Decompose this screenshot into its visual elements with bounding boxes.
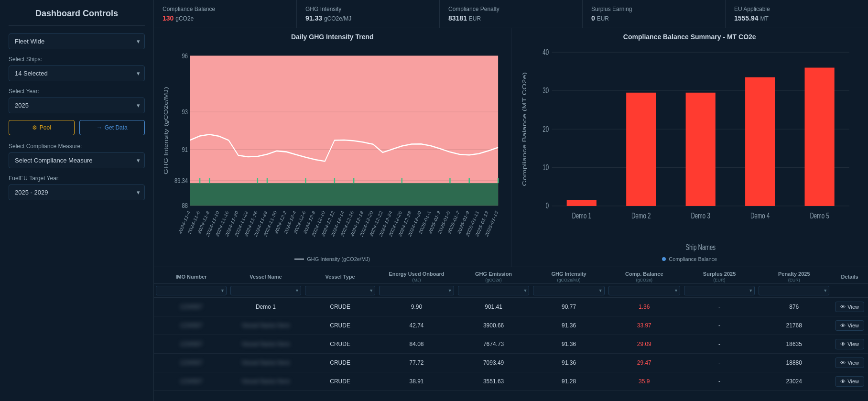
compliance-chart-title: Compliance Balance Summary - MT CO2e [518,33,862,41]
action-buttons: ⚙ Pool → Get Data [9,120,145,135]
year-label: Select Year: [9,88,145,95]
kpi-unit-4: MT [760,15,769,22]
filter-input-6[interactable] [608,286,680,295]
cell-0-7: - [682,298,757,316]
col-header-1: Vessel Name [228,267,303,284]
cell-0-8: 876 [757,298,831,316]
main-content: Compliance Balance130 gCO2eGHG Intensity… [154,0,868,401]
svg-text:96: 96 [182,52,188,60]
kpi-card-3: Surplus Earning0 EUR [583,0,726,28]
filter-input-8[interactable] [759,286,829,295]
getdata-button[interactable]: → Get Data [79,120,145,135]
filter-input-5[interactable] [533,286,604,295]
year-control: Select Year: 2025 [9,88,145,113]
compliance-label: Select Compliance Measure: [9,143,145,150]
view-button-1[interactable]: 👁 View [835,320,864,331]
view-button-4[interactable]: 👁 View [835,376,864,387]
col-header-8: Penalty 2025(EUR) [757,267,831,284]
svg-text:20: 20 [542,125,549,134]
view-button-2[interactable]: 👁 View [835,339,864,349]
kpi-unit-0: gCO2e [175,15,194,22]
svg-text:Compliance Balance (MT CO2e): Compliance Balance (MT CO2e) [521,72,527,186]
filter-icon-5: ▼ [598,288,603,293]
cell-0-6: 1.36 [607,298,682,316]
cell-4-2: CRUDE [303,372,377,391]
compliance-balance-panel: Compliance Balance Summary - MT CO2e 010… [511,28,868,267]
view-cell-3: 👁 View [831,354,868,372]
svg-text:10: 10 [542,163,549,172]
filter-cell-8: ▼ [757,284,831,298]
cell-1-3: 42.74 [377,316,456,335]
kpi-title-1: GHG Intensity [305,6,431,12]
view-button-3[interactable]: 👁 View [835,358,864,368]
col-header-7: Surplus 2025(EUR) [682,267,757,284]
fleet-control: Fleet Wide [9,33,145,49]
cell-2-4: 7674.73 [456,335,532,354]
cell-4-0: 1234567 [154,372,228,391]
svg-text:89.34: 89.34 [174,176,188,184]
cell-3-6: 29.47 [607,354,682,372]
filter-row: ▼▼▼▼▼▼▼▼▼ [154,284,868,298]
filter-icon-2: ▼ [369,288,373,293]
filter-input-0[interactable] [156,286,227,295]
filter-input-3[interactable] [379,286,454,295]
kpi-value-4: 1555.94 MT [734,14,859,22]
table-row: 1234567Vessel Name HereCRUDE77.727093.49… [154,354,868,372]
ships-select[interactable]: 14 Selected [9,65,145,81]
view-button-0[interactable]: 👁 View [835,302,864,312]
kpi-value-1: 91.33 gCO2e/MJ [305,14,431,22]
filter-input-1[interactable] [230,286,301,295]
cell-2-5: 91.36 [531,335,606,354]
table-header: IMO NumberVessel NameVessel TypeEnergy U… [154,267,868,284]
svg-rect-69 [626,93,656,206]
data-table-section[interactable]: IMO NumberVessel NameVessel TypeEnergy U… [154,267,868,401]
col-header-2: Vessel Type [303,267,377,284]
cell-3-4: 7093.49 [456,354,532,372]
fleet-select[interactable]: Fleet Wide [9,33,145,49]
filter-input-2[interactable] [305,286,375,295]
col-header-6: Comp. Balance(gCO2e) [607,267,682,284]
table-row: 1234567Vessel Name HereCRUDE42.743900.66… [154,316,868,335]
cell-0-5: 90.77 [531,298,606,316]
cell-4-8: 23024 [757,372,831,391]
filter-input-7[interactable] [684,286,755,295]
svg-rect-18 [353,178,354,183]
cell-3-3: 77.72 [377,354,456,372]
cell-0-1: Demo 1 [228,298,303,316]
svg-rect-13 [209,178,210,183]
svg-text:Demo 3: Demo 3 [691,211,710,220]
kpi-row: Compliance Balance130 gCO2eGHG Intensity… [154,0,868,28]
cell-0-2: CRUDE [303,298,377,316]
ghg-chart-legend: GHG Intensity (gCO2e/MJ) [161,256,504,262]
kpi-unit-1: gCO2e/MJ [324,15,351,22]
svg-text:Demo 5: Demo 5 [810,211,829,220]
filter-icon-7: ▼ [749,288,753,293]
filter-cell-5: ▼ [531,284,606,298]
filter-cell-6: ▼ [607,284,682,298]
svg-rect-16 [305,178,306,183]
pool-button[interactable]: ⚙ Pool [9,120,75,135]
svg-text:93: 93 [182,108,188,116]
filter-input-4[interactable] [458,286,530,295]
fueleu-select[interactable]: 2025 - 2029 [9,184,145,200]
kpi-number-0: 130 [163,14,174,22]
svg-rect-75 [804,68,834,206]
arrow-icon: → [97,124,102,131]
compliance-chart-legend: Compliance Balance [518,256,862,262]
col-header-3: Energy Used Onboard(MJ) [377,267,456,284]
table-row: 1234567Demo 1CRUDE9.90901.4190.771.36-87… [154,298,868,316]
filter-cell-7: ▼ [682,284,757,298]
cell-1-4: 3900.66 [456,316,532,335]
cell-2-6: 29.09 [607,335,682,354]
cell-2-8: 18635 [757,335,831,354]
data-table: IMO NumberVessel NameVessel TypeEnergy U… [154,267,868,391]
sidebar: Dashboard Controls Fleet Wide Select Shi… [0,0,154,401]
year-select[interactable]: 2025 [9,98,145,113]
kpi-unit-3: EUR [597,15,609,22]
compliance-select[interactable]: Select Compliance Measure [9,152,145,168]
compliance-chart-area: 010203040Demo 1Demo 2Demo 3Demo 4Demo 5C… [518,43,862,254]
filter-cell-2: ▼ [303,284,377,298]
svg-text:30: 30 [542,86,549,95]
filter-cell-4: ▼ [456,284,532,298]
svg-rect-67 [566,200,596,206]
